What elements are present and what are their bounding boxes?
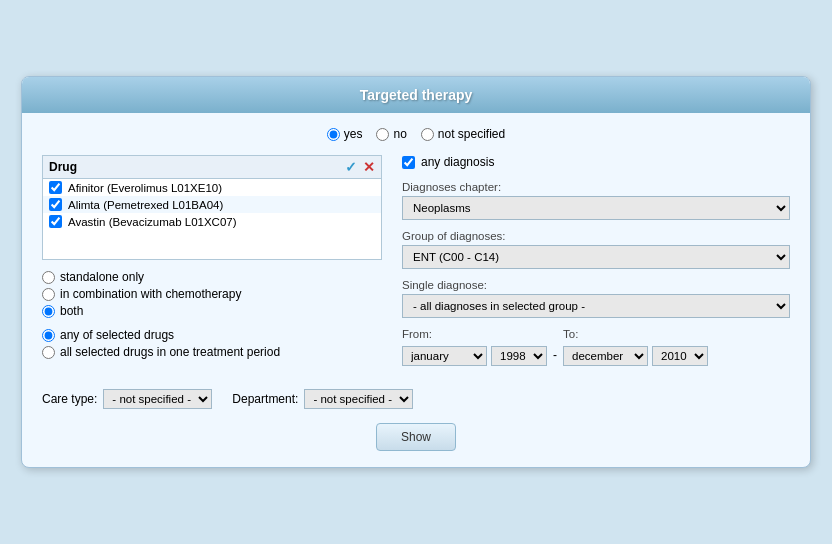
combination-radios: standalone only in combination with chem… [42, 270, 382, 318]
diagnoses-chapter-label: Diagnoses chapter: [402, 181, 790, 193]
to-label: To: [563, 328, 708, 340]
drug-item: Avastin (Bevacizumab L01XC07) [43, 213, 381, 230]
from-month-select[interactable]: januaryfebruarymarch aprilmayjune julyau… [402, 346, 487, 366]
all-drugs-label[interactable]: all selected drugs in one treatment peri… [60, 345, 280, 359]
bottom-row: Care type: - not specified - Inpatient O… [42, 381, 790, 409]
with-chemo-radio[interactable] [42, 288, 55, 301]
from-year-select[interactable]: 1990199119921993 1994199519961997 199819… [491, 346, 547, 366]
any-diagnosis-checkbox[interactable] [402, 156, 415, 169]
any-drug-radio[interactable] [42, 329, 55, 342]
group-diagnoses-group: Group of diagnoses: ENT (C00 - C14) [402, 230, 790, 269]
drug-selection-radios: any of selected drugs all selected drugs… [42, 328, 382, 359]
care-type-label: Care type: [42, 392, 97, 406]
to-month-select[interactable]: januaryfebruarymarch aprilmayjune julyau… [563, 346, 648, 366]
spec-no-radio[interactable] [376, 128, 389, 141]
to-year-select[interactable]: 2005200620072008 2009201020112012 [652, 346, 708, 366]
from-label: From: [402, 328, 547, 340]
drug-item: Alimta (Pemetrexed L01BA04) [43, 196, 381, 213]
any-drug-label[interactable]: any of selected drugs [60, 328, 174, 342]
care-type-select[interactable]: - not specified - Inpatient Outpatient [103, 389, 212, 409]
drug3-checkbox[interactable] [49, 215, 62, 228]
single-diagnose-group: Single diagnose: - all diagnoses in sele… [402, 279, 790, 318]
drug-list-wrapper: Afinitor (Everolimus L01XE10) Alimta (Pe… [43, 179, 381, 259]
care-type-field: Care type: - not specified - Inpatient O… [42, 389, 212, 409]
show-button[interactable]: Show [376, 423, 456, 451]
group-diagnoses-select[interactable]: ENT (C00 - C14) [402, 245, 790, 269]
spec-yes-text: yes [344, 127, 363, 141]
drug2-label[interactable]: Alimta (Pemetrexed L01BA04) [68, 199, 223, 211]
targeted-therapy-dialog: Targeted therapy yes no not specified [21, 76, 811, 468]
drug1-label[interactable]: Afinitor (Everolimus L01XE10) [68, 182, 222, 194]
drug-item: Afinitor (Everolimus L01XE10) [43, 179, 381, 196]
department-select[interactable]: - not specified - Oncology Surgery [304, 389, 413, 409]
drug-box-header: Drug ✓ ✕ [43, 156, 381, 179]
diagnoses-chapter-select[interactable]: Neoplasms [402, 196, 790, 220]
to-group: To: januaryfebruarymarch aprilmayjune ju… [563, 328, 708, 366]
date-separator: - [553, 348, 557, 362]
group-diagnoses-label: Group of diagnoses: [402, 230, 790, 242]
standalone-label[interactable]: standalone only [60, 270, 144, 284]
drug-box: Drug ✓ ✕ Afinitor (Everolimus L01XE10) [42, 155, 382, 260]
single-diagnose-select[interactable]: - all diagnoses in selected group - [402, 294, 790, 318]
specification-radio-group: yes no not specified [42, 127, 790, 141]
left-panel: Drug ✓ ✕ Afinitor (Everolimus L01XE10) [42, 155, 382, 369]
spec-no-text: no [393, 127, 406, 141]
spec-yes-radio[interactable] [327, 128, 340, 141]
any-diagnosis-label[interactable]: any diagnosis [421, 155, 494, 169]
spec-notspecified-label[interactable]: not specified [421, 127, 505, 141]
from-group: From: januaryfebruarymarch aprilmayjune … [402, 328, 547, 366]
department-label: Department: [232, 392, 298, 406]
spec-no-label[interactable]: no [376, 127, 406, 141]
single-diagnose-label: Single diagnose: [402, 279, 790, 291]
dialog-title: Targeted therapy [22, 77, 810, 113]
diagnoses-chapter-group: Diagnoses chapter: Neoplasms [402, 181, 790, 220]
drug-list: Afinitor (Everolimus L01XE10) Alimta (Pe… [43, 179, 381, 259]
show-button-row: Show [42, 423, 790, 451]
uncheck-all-icon[interactable]: ✕ [363, 159, 375, 175]
drug-label: Drug [49, 160, 77, 174]
spec-yes-label[interactable]: yes [327, 127, 363, 141]
drug1-checkbox[interactable] [49, 181, 62, 194]
department-field: Department: - not specified - Oncology S… [232, 389, 413, 409]
date-row: From: januaryfebruarymarch aprilmayjune … [402, 328, 790, 366]
spec-notspecified-radio[interactable] [421, 128, 434, 141]
with-chemo-label[interactable]: in combination with chemotherapy [60, 287, 241, 301]
check-all-icon[interactable]: ✓ [345, 159, 357, 175]
spec-notspecified-text: not specified [438, 127, 505, 141]
all-drugs-radio[interactable] [42, 346, 55, 359]
both-radio[interactable] [42, 305, 55, 318]
both-label[interactable]: both [60, 304, 83, 318]
any-diagnosis-row: any diagnosis [402, 155, 790, 169]
standalone-radio[interactable] [42, 271, 55, 284]
right-panel: any diagnosis Diagnoses chapter: Neoplas… [402, 155, 790, 369]
drug3-label[interactable]: Avastin (Bevacizumab L01XC07) [68, 216, 237, 228]
drug2-checkbox[interactable] [49, 198, 62, 211]
